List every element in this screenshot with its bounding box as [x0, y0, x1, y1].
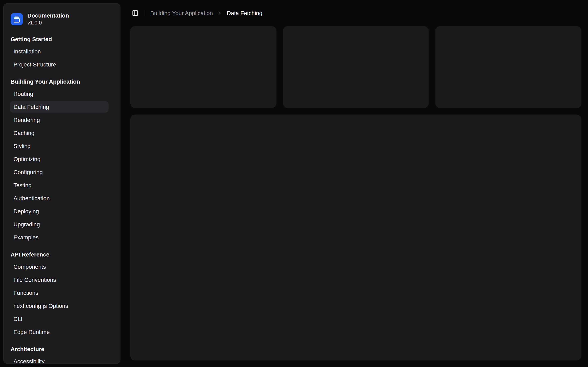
gallery-vertical-end-icon	[13, 15, 20, 23]
header-bar: Building Your Application Data Fetching	[124, 0, 588, 26]
sidebar-item-rendering[interactable]: Rendering	[10, 114, 109, 125]
breadcrumb: Building Your Application Data Fetching	[150, 10, 262, 16]
sidebar-toggle-button[interactable]	[130, 8, 140, 18]
sidebar-item-next-config-js-options[interactable]: next.config.js Options	[10, 300, 109, 312]
sidebar-item-optimizing[interactable]: Optimizing	[10, 153, 109, 165]
app-version: v1.0.0	[27, 19, 69, 26]
sidebar-item-deploying[interactable]: Deploying	[10, 206, 109, 217]
sidebar-item-data-fetching[interactable]: Data Fetching	[10, 101, 109, 113]
content-placeholder-panel	[130, 115, 581, 360]
sidebar-group-getting-started: Getting StartedInstallationProject Struc…	[4, 33, 120, 70]
placeholder-cards-row	[130, 26, 581, 108]
sidebar-item-configuring[interactable]: Configuring	[10, 166, 109, 178]
sidebar-header: Documentation v1.0.0	[4, 4, 120, 26]
sidebar-item-components[interactable]: Components	[10, 261, 109, 272]
placeholder-card	[283, 26, 429, 108]
sidebar-item-testing[interactable]: Testing	[10, 179, 109, 191]
sidebar-item-project-structure[interactable]: Project Structure	[10, 59, 109, 70]
sidebar-item-examples[interactable]: Examples	[10, 232, 109, 243]
sidebar-nav: Getting StartedInstallationProject Struc…	[4, 33, 120, 364]
main-column: Building Your Application Data Fetching	[124, 0, 588, 367]
sidebar: Documentation v1.0.0 Getting StartedInst…	[3, 3, 121, 364]
placeholder-card	[435, 26, 581, 108]
sidebar-group-label: Building Your Application	[4, 76, 120, 87]
app-title: Documentation	[27, 12, 69, 19]
sidebar-group-list: RoutingData FetchingRenderingCachingStyl…	[4, 88, 120, 243]
app-root: Documentation v1.0.0 Getting StartedInst…	[0, 0, 588, 367]
content-area	[124, 26, 588, 367]
sidebar-group-api-reference: API ReferenceComponentsFile ConventionsF…	[4, 249, 120, 338]
panel-left-icon	[132, 10, 138, 16]
sidebar-item-caching[interactable]: Caching	[10, 127, 109, 139]
sidebar-item-styling[interactable]: Styling	[10, 140, 109, 152]
sidebar-group-label: Getting Started	[4, 33, 120, 45]
sidebar-item-routing[interactable]: Routing	[10, 88, 109, 100]
sidebar-group-architecture: ArchitectureAccessibility	[4, 343, 120, 364]
sidebar-group-label: API Reference	[4, 249, 120, 260]
sidebar-item-upgrading[interactable]: Upgrading	[10, 218, 109, 230]
sidebar-item-cli[interactable]: CLI	[10, 313, 109, 325]
app-logo[interactable]	[11, 13, 23, 25]
sidebar-group-list: InstallationProject Structure	[4, 46, 120, 70]
sidebar-group-label: Architecture	[4, 343, 120, 355]
sidebar-item-edge-runtime[interactable]: Edge Runtime	[10, 326, 109, 338]
breadcrumb-parent-link[interactable]: Building Your Application	[150, 10, 213, 16]
vertical-separator	[145, 10, 145, 16]
sidebar-item-installation[interactable]: Installation	[10, 46, 109, 57]
sidebar-group-list: Accessibility	[4, 356, 120, 364]
sidebar-group-list: ComponentsFile ConventionsFunctionsnext.…	[4, 261, 120, 338]
sidebar-item-authentication[interactable]: Authentication	[10, 192, 109, 204]
sidebar-group-building-your-application: Building Your ApplicationRoutingData Fet…	[4, 76, 120, 243]
sidebar-item-functions[interactable]: Functions	[10, 287, 109, 299]
chevron-right-icon	[217, 10, 223, 16]
breadcrumb-current-page: Data Fetching	[227, 10, 262, 16]
placeholder-card	[130, 26, 276, 108]
sidebar-item-file-conventions[interactable]: File Conventions	[10, 274, 109, 285]
app-identity: Documentation v1.0.0	[27, 12, 69, 26]
sidebar-item-accessibility[interactable]: Accessibility	[10, 356, 109, 364]
